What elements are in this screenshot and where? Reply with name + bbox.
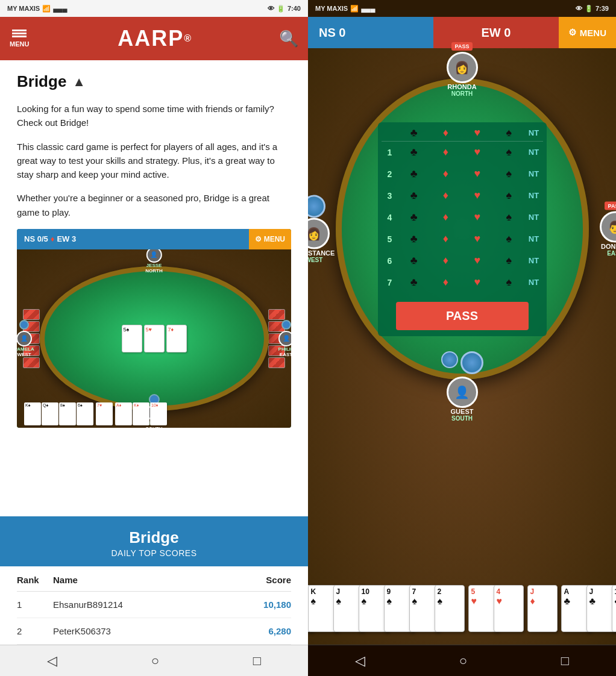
bid-6-nt[interactable]: NT [525,256,543,265]
menu-bar-2 [12,33,27,34]
bid-7-club[interactable]: ♣ [398,276,430,289]
north-pass-badge: PASS [451,42,473,51]
bid-6-heart[interactable]: ♥ [462,254,494,267]
bid-4-club[interactable]: ♣ [398,211,430,224]
menu-bar-3 [12,36,27,37]
left-status-left: MY MAXIS 📶 ▄▄▄ [7,5,68,13]
right-ew-label: EW 0 [481,26,511,40]
hand-card-k[interactable]: K♠ [24,402,41,425]
description-paragraph-1: Looking for a fun way to spend some time… [17,102,291,130]
bid-1-heart[interactable]: ♥ [462,146,494,158]
hand-card-10d[interactable]: 10♦ [150,402,167,425]
hand-card-q[interactable]: Q♠ [42,402,58,425]
right-menu-button[interactable]: ⚙ MENU [559,17,616,48]
hand-card-8[interactable]: 8♠ [59,402,76,425]
apps-button-right[interactable]: □ [561,653,569,669]
west-position: WEST [308,257,322,263]
bid-2-club[interactable]: ♣ [398,167,430,180]
home-button-right[interactable]: ○ [459,653,467,669]
bid-6-spade[interactable]: ♠ [493,254,525,267]
mini-player-north: 👤 JESSE NORTH [145,247,162,274]
bid-7-diamond[interactable]: ♦ [430,276,462,289]
bid-4-diamond[interactable]: ♦ [430,211,462,224]
mini-south-pos: SOUTH [145,426,162,428]
mini-east-chips [281,320,291,330]
north-name: RHONDA [447,83,476,90]
bid-5-diamond[interactable]: ♦ [430,233,462,245]
pass-button[interactable]: PASS [396,302,529,330]
hand-card-7h[interactable]: 7♥ [96,402,113,425]
south-position: SOUTH [451,415,473,422]
mini-menu-button[interactable]: ⚙ MENU [249,229,291,249]
player-name-2: PeterK506373 [53,626,268,636]
hand-card-6[interactable]: 6♠ [77,402,93,425]
bid-num-3: 3 [382,191,398,201]
hand-10-club[interactable]: 10♣ [612,585,617,632]
left-status-right: 👁 🔋 7:40 [268,5,301,13]
bid-num-5: 5 [382,234,398,244]
description-paragraph-3: Whether you're a beginner or a seasoned … [17,191,291,219]
bid-num-2: 2 [382,169,398,179]
bid-row-2: 2 ♣ ♦ ♥ ♠ NT [382,163,543,185]
bid-5-club[interactable]: ♣ [398,233,430,245]
player-score-1: 10,180 [263,599,291,610]
bid-2-diamond[interactable]: ♦ [430,167,462,180]
bid-chip-west [19,320,29,330]
col-header-rank: Rank [17,575,53,585]
mini-north-pos: NORTH [145,268,162,274]
bid-7-nt[interactable]: NT [525,278,543,287]
hand-2-spade[interactable]: 2♠ [435,585,465,632]
back-button-right[interactable]: ◁ [355,653,365,669]
hand-card-ak[interactable]: A♦ [115,402,132,425]
bid-3-diamond[interactable]: ♦ [430,189,462,202]
diamond-icon: ♦ [51,234,55,243]
bid-1-club[interactable]: ♣ [398,146,430,158]
hamburger-menu-button[interactable]: MENU [10,30,29,48]
bid-row-1: 1 ♣ ♦ ♥ ♠ NT [382,142,543,163]
description-paragraph-2: This classic card game is perfect for pl… [17,140,291,182]
center-card-3: 7♦ [166,325,187,352]
left-bottom-nav: ◁ ○ □ [0,645,308,676]
home-button-left[interactable]: ○ [151,653,159,669]
face-down-card-1 [23,309,40,320]
game-preview-image[interactable]: NS 0/5 ♦ EW 3 ⚙ MENU [17,229,291,428]
aarp-logo-text: AARP [118,26,184,51]
bid-1-spade[interactable]: ♠ [493,146,525,158]
bid-3-heart[interactable]: ♥ [462,189,494,202]
bid-5-spade[interactable]: ♠ [493,233,525,245]
bid-4-spade[interactable]: ♠ [493,211,525,224]
bid-3-spade[interactable]: ♠ [493,189,525,202]
north-position: NORTH [451,90,473,97]
bid-7-heart[interactable]: ♥ [462,276,494,289]
menu-bar-1 [12,30,27,31]
bid-2-heart[interactable]: ♥ [462,167,494,180]
bid-7-spade[interactable]: ♠ [493,276,525,289]
bid-4-heart[interactable]: ♥ [462,211,494,224]
page-title: Bridge [17,72,66,91]
bid-2-nt[interactable]: NT [525,169,543,178]
search-button[interactable]: 🔍 [279,30,298,48]
bid-3-club[interactable]: ♣ [398,189,430,202]
back-button-left[interactable]: ◁ [47,653,57,669]
player-name-1: EhsanurB891214 [53,599,263,610]
bid-6-club[interactable]: ♣ [398,254,430,267]
apps-button-left[interactable]: □ [253,653,261,669]
bid-6-diamond[interactable]: ♦ [430,254,462,267]
bid-1-diamond[interactable]: ♦ [430,146,462,158]
bid-header-nt: NT [525,128,543,137]
hand-j-diamond[interactable]: J♦ [527,585,558,632]
right-bottom-nav: ◁ ○ □ [308,645,616,676]
bid-header-spade: ♠ [493,127,525,139]
bid-row-6: 6 ♣ ♦ ♥ ♠ NT [382,250,543,272]
bid-2-spade[interactable]: ♠ [493,167,525,180]
hand-card-k10[interactable]: K♦ [133,402,149,425]
bid-5-nt[interactable]: NT [525,234,543,243]
wifi-icon: 📶 [42,5,51,13]
player-score-2: 6,280 [268,626,291,636]
bid-5-heart[interactable]: ♥ [462,233,494,245]
big-oval-table: PASS 👩 RHONDA NORTH 👩 CONSTANCE WEST PAS… [336,78,589,380]
bid-4-nt[interactable]: NT [525,213,543,222]
bid-3-nt[interactable]: NT [525,191,543,200]
hand-4-heart[interactable]: 4♥ [494,585,524,632]
bid-1-nt[interactable]: NT [525,148,543,157]
